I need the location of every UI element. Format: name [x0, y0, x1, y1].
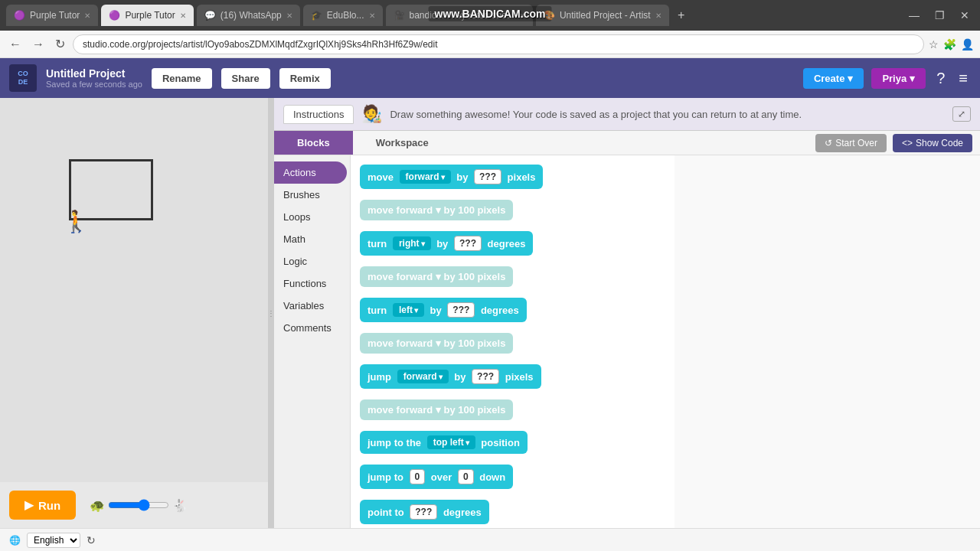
block-top-left-dropdown[interactable]: top left ▾: [427, 435, 475, 449]
refresh-button[interactable]: ↻: [52, 35, 68, 53]
new-tab-button[interactable]: +: [672, 6, 691, 24]
block-point-to[interactable]: point to ??? degrees: [360, 500, 665, 528]
category-actions[interactable]: Actions: [274, 161, 347, 184]
block-turn-left[interactable]: turn left ▾ by ??? degrees: [360, 298, 665, 328]
block-move-pixels-param[interactable]: ???: [474, 169, 501, 184]
instructions-tab[interactable]: Instructions: [283, 105, 354, 124]
rename-button[interactable]: Rename: [152, 68, 212, 89]
block-jump-pixels-param[interactable]: ???: [472, 369, 499, 384]
user-button[interactable]: Priya ▾: [871, 68, 926, 89]
block-turn-right-param[interactable]: ???: [454, 236, 482, 251]
tab-close-6[interactable]: ✕: [655, 11, 662, 20]
block-move-forward-full[interactable]: move forward ▾ by ??? pixels: [360, 165, 543, 189]
start-over-button[interactable]: ↺ Start Over: [815, 134, 887, 152]
tab-label-5: bandicam keyboard sho...: [410, 10, 514, 21]
start-over-icon: ↺: [825, 138, 832, 148]
project-saved-text: Saved a few seconds ago: [46, 80, 142, 89]
run-button[interactable]: ▶ Run: [9, 491, 76, 520]
block-dim-2: move forward ▾ by 100 pixels: [360, 266, 513, 287]
tab-close-2[interactable]: ✕: [180, 11, 186, 20]
tab-bandicam[interactable]: 🎥 bandicam keyboard sho... ✕: [386, 5, 533, 26]
block-move-forward-dim3: move forward ▾ by 100 pixels: [360, 333, 665, 360]
category-brushes[interactable]: Brushes: [274, 184, 350, 206]
tab-label-2: Purple Tutor: [125, 10, 175, 21]
block-move-forward-dim2: move forward ▾ by 100 pixels: [360, 266, 665, 293]
browser-action-icons: ☆ 🧩 👤: [929, 38, 974, 51]
block-turn-right[interactable]: turn right ▾ by ??? degrees: [360, 231, 665, 262]
block-jump-forward-full[interactable]: jump forward ▾ by ??? pixels: [360, 364, 541, 389]
create-button[interactable]: Create ▾: [803, 68, 864, 89]
expand-instructions-button[interactable]: ⤢: [952, 106, 971, 122]
header-right: Create ▾ Priya ▾ ? ≡: [803, 68, 971, 89]
back-button[interactable]: ←: [6, 36, 24, 53]
start-over-label: Start Over: [835, 138, 877, 148]
tab-artist[interactable]: 🎨 Untitled Project - Artist ✕: [536, 5, 669, 26]
tab-close-3[interactable]: ✕: [286, 11, 292, 20]
extensions-icon[interactable]: 🧩: [943, 38, 956, 51]
blocks-content: Actions Brushes Loops Math Logic Functio…: [274, 155, 980, 528]
menu-button[interactable]: ≡: [956, 70, 971, 87]
maximize-button[interactable]: ❐: [930, 9, 949, 21]
instructions-avatar: 🧑‍🎨: [361, 104, 382, 124]
block-point-to-full[interactable]: point to ??? degrees: [360, 500, 489, 524]
instructions-text: Draw something awesome! Your code is sav…: [390, 109, 945, 120]
tab-label-1: Purple Tutor: [30, 10, 80, 21]
block-turn-left-full[interactable]: turn left ▾ by ??? degrees: [360, 298, 527, 322]
block-jump-forward[interactable]: jump forward ▾ by ??? pixels: [360, 364, 665, 395]
category-variables[interactable]: Variables: [274, 295, 350, 317]
project-info: Untitled Project Saved a few seconds ago: [46, 67, 142, 89]
minimize-button[interactable]: —: [904, 9, 924, 21]
run-icon: ▶: [24, 498, 34, 512]
block-point-degrees-param[interactable]: ???: [410, 504, 437, 520]
status-refresh-button[interactable]: ↻: [87, 534, 96, 546]
category-comments[interactable]: Comments: [274, 317, 350, 339]
block-turn-right-full[interactable]: turn right ▾ by ??? degrees: [360, 231, 533, 256]
block-forward-dropdown[interactable]: forward ▾: [400, 170, 451, 184]
block-jump-top-left[interactable]: jump to the top left ▾ position: [360, 431, 665, 460]
block-jump-to-coords-full[interactable]: jump to 0 over 0 down: [360, 465, 513, 489]
workspace-area[interactable]: [675, 155, 980, 528]
tab-icon-3: 💬: [204, 10, 216, 21]
block-jump-to-coords[interactable]: jump to 0 over 0 down: [360, 465, 665, 495]
remix-button[interactable]: Remix: [279, 68, 331, 89]
show-code-button[interactable]: <> Show Code: [893, 134, 972, 152]
panel-actions: ↺ Start Over <> Show Code: [815, 131, 980, 155]
divider-handle[interactable]: ⋮: [268, 98, 274, 528]
category-math[interactable]: Math: [274, 228, 350, 250]
speed-slider[interactable]: [108, 499, 169, 511]
category-logic[interactable]: Logic: [274, 250, 350, 272]
block-jump-x-param[interactable]: 0: [410, 469, 426, 484]
language-select[interactable]: English: [27, 533, 80, 548]
close-button[interactable]: ✕: [956, 9, 974, 21]
tab-purple-tutor-1[interactable]: 🟣 Purple Tutor ✕: [6, 5, 98, 26]
share-button[interactable]: Share: [221, 68, 270, 89]
category-loops[interactable]: Loops: [274, 206, 350, 228]
tab-close-5[interactable]: ✕: [519, 11, 525, 20]
tab-close-4[interactable]: ✕: [369, 11, 375, 20]
forward-button[interactable]: →: [29, 36, 47, 53]
tab-close-1[interactable]: ✕: [84, 11, 90, 20]
block-jump-y-param[interactable]: 0: [458, 469, 474, 484]
tab-edublo[interactable]: 🎓 EduBlo... ✕: [303, 5, 383, 26]
tab-icon-2: 🟣: [109, 10, 120, 21]
block-jump-forward-dropdown[interactable]: forward ▾: [397, 370, 449, 383]
block-right-dropdown[interactable]: right ▾: [393, 236, 431, 250]
tab-blocks[interactable]: Blocks: [274, 131, 353, 155]
main-layout: 🚶 ▶ Run 🐢 🐇 ⋮ Instructions 🧑‍🎨 Draw some…: [0, 98, 980, 528]
tab-icon-4: 🎓: [311, 10, 322, 21]
tab-whatsapp[interactable]: 💬 (16) WhatsApp ✕: [197, 5, 300, 26]
block-move-forward[interactable]: move forward ▾ by ??? pixels: [360, 165, 665, 195]
tab-workspace[interactable]: Workspace: [353, 131, 816, 155]
profile-icon[interactable]: 👤: [961, 38, 974, 51]
show-code-label: Show Code: [916, 138, 963, 148]
category-functions[interactable]: Functions: [274, 272, 350, 295]
url-input[interactable]: studio.code.org/projects/artist/lOyo9abo…: [73, 34, 924, 54]
tab-purple-tutor-2[interactable]: 🟣 Purple Tutor ✕: [101, 5, 193, 26]
block-left-dropdown[interactable]: left ▾: [393, 303, 424, 317]
block-jump-top-left-full[interactable]: jump to the top left ▾ position: [360, 431, 528, 454]
block-turn-left-param[interactable]: ???: [447, 302, 475, 318]
bookmark-icon[interactable]: ☆: [929, 38, 939, 51]
block-move-forward-dim4: move forward ▾ by 100 pixels: [360, 399, 665, 426]
help-button[interactable]: ?: [933, 70, 948, 87]
globe-icon: 🌐: [9, 535, 21, 546]
